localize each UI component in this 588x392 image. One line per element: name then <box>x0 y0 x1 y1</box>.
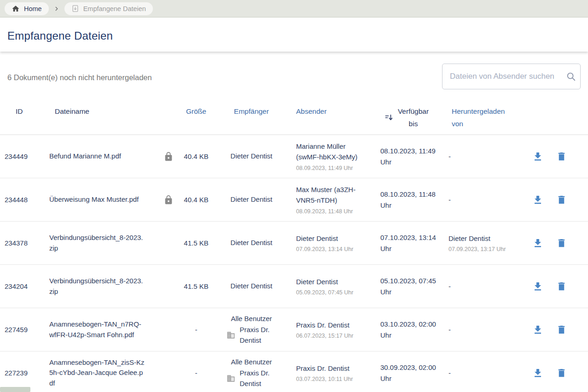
building-icon <box>227 374 235 383</box>
delete-button[interactable] <box>556 238 567 248</box>
cell-downloaded-by: - <box>441 151 511 162</box>
cell-downloaded-by: - <box>441 281 511 292</box>
breadcrumb: Home Empfangene Dateien <box>0 0 588 18</box>
cell-filename: Befund Marianne M.pdf <box>44 151 146 162</box>
cell-downloaded-by: Dieter Dentist 07.09.2023, 13:17 Uhr <box>441 233 511 253</box>
column-header-size[interactable]: Größe <box>178 105 214 117</box>
download-icon <box>532 238 543 249</box>
cell-sender: Praxis Dr. Dentist 06.07.2023, 15:17 Uhr <box>289 320 373 340</box>
cell-available-until: 03.10.2023, 02:00 Uhr <box>373 319 441 341</box>
cell-id: 234378 <box>0 239 44 247</box>
downloaded-by-name: - <box>448 281 511 292</box>
cell-available-until: 08.10.2023, 11:49 Uhr <box>373 146 441 168</box>
cell-size: 41.5 KB <box>178 239 214 247</box>
trash-icon <box>556 324 567 335</box>
cell-actions <box>511 324 588 335</box>
toolbar: 6 Dokument(e) noch nicht heruntergeladen <box>0 52 588 96</box>
chevron-right-icon <box>51 6 63 12</box>
column-header-available-until[interactable]: Verfügbar bis <box>373 105 441 130</box>
trash-icon <box>556 194 567 205</box>
cell-downloaded-by: - <box>441 324 511 335</box>
download-icon <box>532 324 543 335</box>
delete-button[interactable] <box>556 151 567 162</box>
cell-size: - <box>178 326 214 333</box>
download-button[interactable] <box>532 238 543 249</box>
delete-button[interactable] <box>556 281 567 292</box>
table-row: 227239 Anamnesebogen-TAN_zisS-Kz5h-cYbd-… <box>0 351 588 392</box>
sender-name: Praxis Dr. Dentist <box>296 363 366 374</box>
recipient-name: Dieter Dentist <box>231 194 273 205</box>
breadcrumb-current[interactable]: Empfangene Dateien <box>64 2 153 15</box>
sender-date: 03.07.2023, 10:11 Uhr <box>296 375 373 383</box>
downloaded-by-name: - <box>448 194 511 205</box>
home-icon <box>12 5 20 13</box>
download-icon <box>532 194 543 205</box>
column-header-id: ID <box>0 105 44 117</box>
cell-id: 234449 <box>0 152 44 160</box>
table-body: 234449 Befund Marianne M.pdf 40.4 KB Die… <box>0 135 588 392</box>
sort-descending-icon <box>384 113 394 122</box>
cell-actions <box>511 281 588 292</box>
sender-name: Marianne Müller (swMF-hbKX-3eMy) <box>296 141 366 163</box>
sender-date: 06.07.2023, 15:17 Uhr <box>296 332 373 339</box>
column-header-sender[interactable]: Absender <box>289 105 373 117</box>
download-button[interactable] <box>532 368 543 379</box>
cell-actions <box>511 238 588 249</box>
downloaded-by-name: - <box>448 324 511 335</box>
trash-icon <box>556 281 567 292</box>
cell-sender: Dieter Dentist 07.09.2023, 13:14 Uhr <box>289 233 373 253</box>
cell-filename: Anamnesebogen-TAN_n7RQ-wfFR-U42p-Smart F… <box>44 319 146 340</box>
cell-downloaded-by: - <box>441 368 511 378</box>
cell-sender: Max Muster (a3ZH-VNR5-nTDH) 08.09.2023, … <box>289 184 373 215</box>
table-row: 227459 Anamnesebogen-TAN_n7RQ-wfFR-U42p-… <box>0 308 588 351</box>
cell-filename: Anamnesebogen-TAN_zisS-Kz5h-cYbd-Jean-Ja… <box>44 357 146 389</box>
cell-available-until: 08.10.2023, 11:48 Uhr <box>373 189 441 211</box>
cell-available-until: 30.09.2023, 02:00 Uhr <box>373 362 441 384</box>
cell-actions <box>511 368 588 379</box>
cell-recipient: Dieter Dentist <box>214 238 289 248</box>
table-header: ID Dateiname Größe Empfänger Absender Ve… <box>0 96 588 135</box>
cell-filename: Überweisung Max Muster.pdf <box>44 194 146 205</box>
breadcrumb-home[interactable]: Home <box>5 2 49 15</box>
delete-button[interactable] <box>556 194 567 205</box>
sender-date: 08.09.2023, 11:49 Uhr <box>296 164 373 172</box>
download-icon <box>532 151 543 162</box>
column-header-filename: Dateiname <box>44 105 159 117</box>
download-icon <box>532 368 543 379</box>
cell-size: 40.4 KB <box>178 152 214 160</box>
cell-id: 227459 <box>0 326 44 333</box>
delete-button[interactable] <box>556 368 567 378</box>
delete-button[interactable] <box>556 324 567 335</box>
cell-sender: Dieter Dentist 05.09.2023, 07:45 Uhr <box>289 276 373 297</box>
sender-date: 05.09.2023, 07:45 Uhr <box>296 289 373 296</box>
cell-recipient: Dieter Dentist <box>214 151 289 162</box>
cell-size: 41.5 KB <box>178 282 214 290</box>
cell-size: 40.4 KB <box>178 196 214 204</box>
table-row: 234449 Befund Marianne M.pdf 40.4 KB Die… <box>0 135 588 178</box>
download-button[interactable] <box>532 194 543 205</box>
column-header-recipient[interactable]: Empfänger <box>214 105 289 117</box>
cell-recipient: Alle Benutzer Praxis Dr. Dentist <box>214 357 289 389</box>
download-button[interactable] <box>532 281 543 292</box>
cell-actions <box>511 194 588 205</box>
column-header-downloaded-by[interactable]: Heruntergeladen von <box>441 105 511 130</box>
recipient-org-name: Praxis Dr. Dentist <box>240 325 277 345</box>
cell-actions <box>511 151 588 162</box>
table-row: 234448 Überweisung Max Muster.pdf 40.4 K… <box>0 178 588 222</box>
trash-icon <box>556 238 567 248</box>
download-button[interactable] <box>532 151 543 162</box>
table-row: 234378 Verbindungsübersicht_8-2023.zip 4… <box>0 222 588 265</box>
cell-id: 234448 <box>0 196 44 204</box>
sender-name: Max Muster (a3ZH-VNR5-nTDH) <box>296 184 366 206</box>
sender-name: Praxis Dr. Dentist <box>296 320 366 330</box>
cell-available-until: 07.10.2023, 13:14 Uhr <box>373 232 441 254</box>
building-icon <box>227 331 235 339</box>
search-input[interactable] <box>442 64 581 89</box>
recipient-org-name: Praxis Dr. Dentist <box>240 368 277 389</box>
recipient-name: Alle Benutzer <box>231 314 272 324</box>
download-button[interactable] <box>532 324 543 335</box>
recipient-name: Alle Benutzer <box>231 357 272 368</box>
lock-icon <box>163 152 174 162</box>
sender-name: Dieter Dentist <box>296 233 366 244</box>
downloaded-by-name: - <box>448 151 511 162</box>
